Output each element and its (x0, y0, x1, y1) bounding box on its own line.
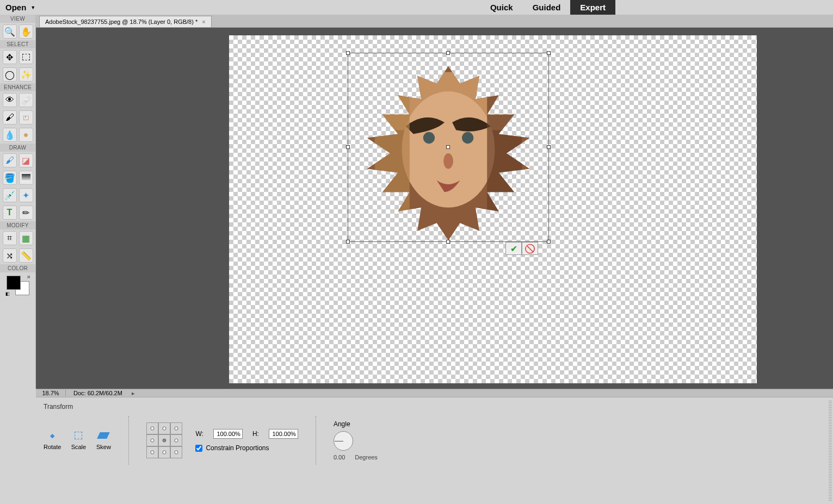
transform-handle-top-right[interactable] (547, 51, 551, 55)
ruler-icon: 📏 (21, 251, 32, 261)
marquee-icon (22, 54, 30, 60)
transform-handle-top[interactable] (446, 51, 450, 55)
paint-bucket-tool[interactable]: 🪣 (3, 171, 17, 185)
sponge-icon: ● (23, 130, 29, 140)
toolbox: VIEW 🔍 ✋ SELECT ✥ ◯ ✨ ENHANCE 👁 🩹 🖌 ⏍ 💧 … (0, 15, 36, 389)
angle-label: Angle (334, 420, 350, 428)
transform-confirm-bar: ✔ 🚫 (505, 242, 538, 255)
transform-skew-button[interactable]: Skew (96, 431, 111, 450)
close-icon[interactable]: × (202, 18, 205, 25)
mode-tabs: Quick Guided Expert (480, 0, 615, 15)
open-menu[interactable]: Open ▼ (5, 3, 35, 12)
shape-icon: ✦ (22, 190, 29, 201)
transform-mode-group: ◆ Rotate Scale Skew (44, 431, 111, 450)
ref-point-t[interactable] (163, 427, 166, 431)
document-tab[interactable]: AdobeStock_98237755.jpeg @ 18.7% (Layer … (39, 16, 212, 27)
reference-point-grid (146, 422, 182, 458)
angle-indicator (335, 441, 343, 441)
content-aware-tool[interactable]: ⤭ (3, 248, 17, 263)
eraser-tool[interactable]: ◪ (19, 153, 33, 167)
ref-point-tr[interactable] (175, 427, 178, 431)
width-input[interactable] (213, 429, 243, 439)
height-input[interactable] (269, 429, 298, 439)
gradient-icon (22, 174, 30, 182)
ref-point-b[interactable] (163, 451, 166, 455)
default-colors-icon[interactable]: ◧ (5, 291, 10, 296)
magic-wand-tool[interactable]: ✨ (19, 67, 33, 82)
transform-handle-bottom[interactable] (446, 240, 450, 244)
hand-tool[interactable]: ✋ (19, 24, 33, 39)
move-tool[interactable]: ✥ (3, 50, 17, 64)
color-picker-tool[interactable]: 💉 (3, 188, 17, 202)
transform-handle-top-left[interactable] (346, 51, 350, 55)
zoom-level[interactable]: 18.7% (36, 390, 66, 396)
scale-label: Scale (71, 444, 87, 450)
straighten-tool[interactable]: 📏 (19, 248, 33, 263)
clone-stamp-tool[interactable]: ⏍ (19, 110, 33, 125)
panel-resize-grip[interactable] (829, 401, 832, 501)
transform-rotate-button[interactable]: ◆ Rotate (44, 431, 61, 450)
constrain-proportions-checkbox[interactable] (195, 445, 202, 452)
angle-dial[interactable] (334, 431, 353, 451)
zoom-tool[interactable]: 🔍 (3, 24, 17, 39)
doc-size-readout: Doc: 60.2M/60.2M (66, 390, 130, 396)
ref-point-l[interactable] (151, 439, 155, 443)
blur-tool[interactable]: 💧 (3, 128, 17, 142)
tab-quick[interactable]: Quick (480, 0, 523, 15)
recompose-icon: ▦ (22, 233, 30, 244)
sponge-tool[interactable]: ● (19, 128, 33, 142)
type-tool[interactable]: T (3, 206, 17, 220)
foreground-color[interactable] (7, 276, 21, 290)
spot-heal-tool[interactable]: 🩹 (19, 93, 33, 107)
tab-expert[interactable]: Expert (570, 0, 615, 15)
toolbox-section-enhance: ENHANCE (0, 83, 35, 91)
transform-handle-bottom-right[interactable] (547, 240, 551, 244)
toolbox-section-color: COLOR (0, 264, 35, 272)
hand-icon: ✋ (21, 27, 32, 37)
cancel-transform-button[interactable]: 🚫 (522, 242, 538, 255)
swap-colors-icon[interactable]: ⤭ (27, 275, 30, 279)
eye-icon: 👁 (5, 95, 14, 105)
recompose-tool[interactable]: ▦ (19, 231, 33, 245)
cancel-icon: 🚫 (525, 244, 535, 254)
svg-point-4 (462, 132, 473, 144)
lasso-tool[interactable]: ◯ (3, 67, 17, 82)
transform-handle-bottom-left[interactable] (346, 240, 350, 244)
shape-tool[interactable]: ✦ (19, 188, 33, 202)
marquee-tool[interactable] (19, 50, 33, 64)
ref-point-r[interactable] (175, 439, 178, 443)
layer-content-image (351, 57, 545, 250)
crop-tool[interactable]: ⌗ (3, 231, 17, 245)
ref-point-bl[interactable] (151, 451, 155, 455)
commit-transform-button[interactable]: ✔ (505, 242, 522, 255)
svg-rect-7 (487, 80, 522, 227)
transform-bounding-box[interactable] (348, 53, 549, 242)
gradient-tool[interactable] (19, 171, 33, 185)
ref-point-br[interactable] (175, 451, 178, 455)
angle-value: 0.00 (334, 454, 345, 461)
smart-brush-tool[interactable]: 🖌 (3, 110, 17, 125)
pencil-tool[interactable]: ✏ (19, 206, 33, 220)
divider (128, 416, 129, 465)
brush-icon: 🖌 (5, 113, 14, 122)
status-menu-arrow[interactable]: ▸ (130, 390, 137, 397)
eraser-icon: ◪ (22, 155, 30, 166)
document-canvas[interactable]: ✔ 🚫 (229, 35, 757, 383)
toolbox-section-view: VIEW (0, 15, 35, 23)
ref-point-tl[interactable] (151, 427, 155, 431)
transform-scale-button[interactable]: Scale (71, 431, 86, 450)
transform-handle-right[interactable] (547, 145, 551, 149)
constrain-proportions-row[interactable]: Constrain Proportions (195, 444, 298, 452)
transform-handle-left[interactable] (346, 145, 350, 149)
svg-rect-6 (375, 80, 410, 227)
brush-tool[interactable]: 🖌 (3, 153, 17, 167)
redeye-tool[interactable]: 👁 (3, 93, 17, 107)
color-swatch[interactable]: ⤭ ◧ (5, 275, 30, 296)
paintbrush-icon: 🖌 (5, 155, 14, 165)
transform-handle-center[interactable] (446, 145, 450, 149)
options-panel-title: Transform (44, 403, 825, 410)
ref-point-c[interactable] (163, 439, 166, 443)
svg-point-5 (443, 153, 453, 169)
tab-guided[interactable]: Guided (523, 0, 571, 15)
angle-units: Degrees (355, 454, 378, 461)
